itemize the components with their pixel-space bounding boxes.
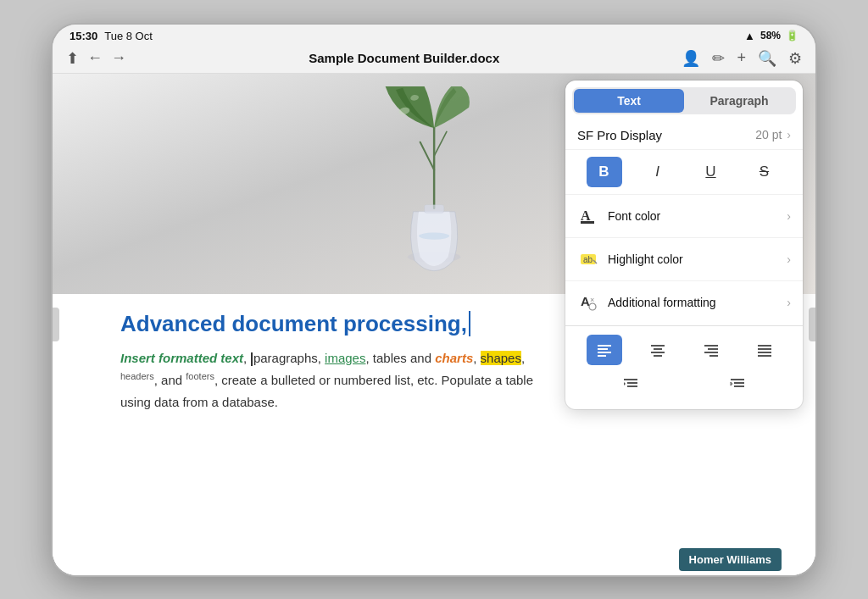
highlight-color-left: ab Highlight color — [577, 248, 683, 270]
panel-divider — [565, 325, 803, 326]
toolbar-right: 👤 ✏ + 🔍 ⚙ — [682, 49, 802, 68]
additional-formatting-chevron: › — [787, 296, 791, 309]
plant-illustration — [364, 86, 504, 281]
svg-marker-38 — [731, 382, 732, 385]
settings-icon[interactable]: ⚙ — [788, 49, 802, 68]
tab-text[interactable]: Text — [574, 89, 684, 113]
headers-text: headers — [120, 371, 154, 381]
font-row[interactable]: SF Pro Display 20 pt › — [565, 121, 803, 150]
font-color-icon: A — [577, 205, 599, 227]
line2b: , and — [154, 373, 186, 387]
user-icon[interactable]: 👤 — [682, 49, 700, 68]
svg-text:A: A — [581, 294, 590, 308]
ipad-frame: 15:30 Tue 8 Oct ▲ 58% 🔋 ⬆ ← → Sample Doc… — [53, 25, 815, 575]
cursor-homer-label: Homer Williams — [689, 553, 771, 566]
additional-formatting-icon: A × — [577, 291, 599, 313]
strike-label: S — [760, 164, 769, 180]
italic-label: I — [655, 164, 659, 180]
cursor-homer-williams: Homer Williams — [679, 548, 782, 571]
format-buttons: B I U S — [565, 150, 803, 195]
undo-icon[interactable]: ← — [87, 49, 103, 67]
svg-rect-9 — [581, 221, 594, 224]
charts-text: charts — [435, 351, 473, 365]
status-right: ▲ 58% 🔋 — [744, 30, 798, 42]
align-left-button[interactable] — [587, 335, 622, 365]
format-panel: Text Paragraph SF Pro Display 20 pt › B … — [565, 80, 803, 409]
status-bar: 15:30 Tue 8 Oct ▲ 58% 🔋 — [53, 25, 815, 46]
battery-icon: 🔋 — [786, 30, 798, 42]
tab-paragraph[interactable]: Paragraph — [684, 89, 794, 113]
font-color-row[interactable]: A Font color › — [565, 195, 803, 238]
highlight-color-label: Highlight color — [608, 252, 683, 266]
add-icon[interactable]: + — [737, 49, 746, 67]
redo-icon[interactable]: → — [111, 49, 126, 67]
align-right-button[interactable] — [693, 335, 729, 365]
indent-increase-button[interactable] — [720, 369, 755, 399]
svg-point-1 — [419, 232, 449, 239]
toolbar-left: ⬆ ← → — [66, 49, 126, 68]
text-cursor — [251, 352, 253, 366]
svg-point-14 — [589, 303, 596, 310]
images-text: images — [325, 351, 365, 365]
indent-decrease-button[interactable] — [613, 369, 648, 399]
additional-formatting-label: Additional formatting — [608, 296, 716, 309]
shapes-text: shapes — [481, 351, 521, 365]
comma-space: , — [243, 351, 250, 365]
font-color-label: Font color — [608, 209, 660, 223]
document-title: Sample Document Builder.docx — [309, 51, 499, 65]
pencil-icon[interactable]: ✏ — [712, 49, 725, 68]
svg-text:A: A — [581, 208, 591, 223]
main-content: Homer Williams Advanced document process… — [53, 74, 815, 575]
svg-line-4 — [434, 131, 447, 156]
align-row-1 — [577, 335, 791, 365]
wifi-icon: ▲ — [744, 30, 755, 42]
svg-marker-34 — [624, 382, 626, 385]
font-color-chevron: › — [787, 209, 791, 223]
alignment-section — [565, 328, 803, 409]
svg-text:ab: ab — [583, 255, 593, 264]
font-chevron: › — [787, 128, 791, 141]
toolbar: ⬆ ← → Sample Document Builder.docx 👤 ✏ +… — [53, 46, 815, 74]
underline-button[interactable]: U — [693, 157, 729, 187]
panel-tabs: Text Paragraph — [572, 87, 796, 114]
underline-label: U — [705, 164, 715, 180]
font-color-left: A Font color — [577, 205, 660, 227]
battery-percentage: 58% — [760, 30, 781, 42]
font-size-value: 20 pt — [755, 128, 782, 141]
upload-icon[interactable]: ⬆ — [66, 49, 79, 68]
bold-button[interactable]: B — [587, 157, 622, 187]
svg-rect-7 — [425, 204, 444, 213]
highlight-color-chevron: › — [787, 252, 791, 266]
strikethrough-button[interactable]: S — [747, 157, 782, 187]
status-date: Tue 8 Oct — [104, 30, 153, 42]
additional-formatting-row[interactable]: A × Additional formatting › — [565, 281, 803, 324]
highlight-color-icon: ab — [577, 248, 599, 270]
footers-text: footers — [186, 371, 214, 381]
additional-formatting-left: A × Additional formatting — [577, 291, 716, 313]
search-icon[interactable]: 🔍 — [758, 49, 776, 68]
highlight-color-row[interactable]: ab Highlight color › — [565, 238, 803, 281]
line2d: , create a bulleted or numbered list, et… — [214, 373, 533, 387]
align-row-2 — [577, 369, 791, 399]
align-center-button[interactable] — [640, 335, 676, 365]
svg-line-3 — [420, 141, 434, 169]
heading-text: Advanced document processing, — [120, 311, 467, 336]
italic-button[interactable]: I — [640, 157, 676, 187]
status-time: 15:30 — [70, 30, 97, 42]
font-name: SF Pro Display — [577, 128, 662, 142]
right-scroll-handle — [809, 308, 815, 341]
insert-formatted-text: Insert formatted text — [120, 351, 243, 365]
bold-label: B — [598, 164, 609, 180]
align-justify-button[interactable] — [747, 335, 782, 365]
font-size-control[interactable]: 20 pt › — [755, 128, 791, 141]
